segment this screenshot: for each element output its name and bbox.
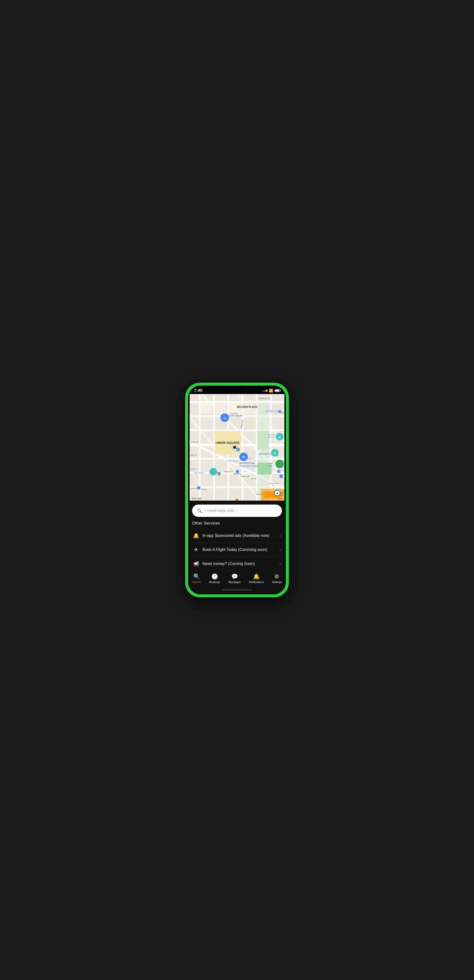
svg-text:LOIN: LOIN: [191, 468, 195, 470]
plane-icon: ✈: [193, 547, 199, 553]
chevron-icon-money: ›: [279, 561, 281, 566]
svg-text:Yerba: Yerba: [268, 462, 273, 465]
svg-rect-20: [215, 402, 226, 414]
chevron-icon-flight: ›: [279, 547, 281, 552]
bell-icon: 🔔: [193, 533, 199, 539]
service-item-money[interactable]: 📢 Need money? (Coming Soon) ›: [192, 557, 282, 571]
nav-item-search[interactable]: 🔍 Search: [192, 573, 201, 584]
nav-item-notifications[interactable]: 🔔 Notifications: [249, 573, 264, 584]
svg-rect-55: [278, 410, 281, 413]
search-nav-icon: 🔍: [193, 573, 200, 580]
svg-rect-19: [201, 402, 212, 414]
service-list: 🔔 In-app Sponsored ads (Available now) ›…: [192, 529, 282, 571]
svg-text:Tehama: Tehama: [256, 493, 263, 495]
megaphone-icon: 📢: [193, 561, 199, 567]
svg-rect-25: [257, 431, 269, 450]
svg-text:🛒: 🛒: [280, 475, 282, 478]
service-item-ads[interactable]: 🔔 In-app Sponsored ads (Available now) ›: [192, 529, 282, 543]
battery-icon: [275, 389, 280, 392]
svg-text:ate Theatre: ate Theatre: [194, 472, 204, 474]
messages-nav-icon: 💬: [231, 573, 238, 580]
svg-text:Mission St: Mission St: [224, 471, 233, 473]
phone-device: 7:40 📶: [185, 383, 289, 597]
svg-text:Folsom St: Folsom St: [270, 482, 279, 485]
svg-rect-13: [256, 394, 257, 501]
notifications-nav-icon: 🔔: [253, 573, 260, 580]
svg-text:V: V: [280, 473, 281, 475]
svg-text:🎭: 🎭: [212, 471, 215, 474]
bottom-panel: 🔍 I need help with... Other Services 🔔 I…: [188, 501, 286, 571]
svg-text:5th St: 5th St: [251, 478, 257, 480]
nav-label-notifications: Notifications: [249, 581, 264, 584]
nav-item-settings[interactable]: ⚙ Settings: [272, 573, 282, 584]
svg-text:San Fra: San Fra: [268, 434, 275, 436]
chevron-icon-ads: ›: [279, 533, 281, 538]
map-area[interactable]: California St Montgomery Geary St Ellis …: [188, 394, 286, 501]
svg-text:🚉: 🚉: [236, 471, 238, 474]
service-text-money: Need money? (Coming Soon): [203, 562, 279, 566]
svg-text:UNION SQUARE: UNION SQUARE: [216, 441, 240, 445]
nav-label-bookings: Bookings: [209, 581, 220, 584]
wifi-icon: 📶: [269, 388, 273, 393]
svg-text:& Bow: & Bow: [268, 465, 273, 467]
svg-text:🚉: 🚉: [236, 449, 239, 451]
nav-label-messages: Messages: [228, 581, 241, 584]
nav-label-search: Search: [192, 581, 201, 584]
search-placeholder: I need help with...: [205, 508, 238, 513]
other-services-label: Other Services: [192, 521, 282, 526]
svg-text:BELDEN PLACE: BELDEN PLACE: [237, 406, 257, 408]
nav-item-bookings[interactable]: 🕐 Bookings: [209, 573, 220, 584]
signal-icon: [262, 389, 267, 392]
svg-point-57: [233, 446, 236, 449]
svg-text:🏛: 🏛: [273, 452, 276, 455]
camera: [244, 388, 247, 390]
svg-text:Shipley: Shipley: [280, 492, 286, 494]
service-text-ads: In-app Sponsored ads (Available now): [203, 533, 279, 538]
map-svg: California St Montgomery Geary St Ellis …: [188, 394, 286, 501]
service-item-flight[interactable]: ✈ Book A Flight Today (Comming soon) ›: [192, 543, 282, 557]
svg-text:Google: Google: [192, 497, 202, 500]
svg-text:📍: 📍: [278, 463, 282, 466]
svg-text:Clara St: Clara St: [280, 495, 286, 496]
svg-text:🚉: 🚉: [217, 473, 220, 475]
svg-text:Apple Union Square: Apple Union Square: [220, 414, 243, 417]
search-icon: 🔍: [197, 508, 203, 514]
svg-text:Natoma St: Natoma St: [241, 475, 250, 477]
nav-label-settings: Settings: [272, 581, 282, 584]
nav-item-messages[interactable]: 💬 Messages: [228, 573, 241, 584]
svg-text:Francisco Centre: Francisco Centre: [239, 465, 259, 467]
status-time: 7:40: [194, 388, 203, 393]
svg-text:of Mod: of Mod: [268, 436, 273, 438]
home-indicator: [222, 589, 252, 590]
svg-rect-85: [277, 470, 280, 473]
svg-text:Westfield San: Westfield San: [239, 461, 255, 465]
svg-text:Powell Street: Powell Street: [227, 460, 238, 462]
svg-text:🛍: 🛍: [242, 455, 245, 459]
svg-text:🏛: 🏛: [278, 436, 281, 439]
bottom-nav: 🔍 Search 🕐 Bookings 💬 Messages 🔔 Notific…: [188, 571, 286, 589]
svg-text:80: 80: [276, 492, 278, 495]
svg-text:Geary St: Geary St: [191, 441, 198, 443]
svg-text:B: B: [198, 487, 199, 490]
search-bar[interactable]: 🔍 I need help with...: [192, 504, 282, 517]
settings-nav-icon: ⚙: [274, 573, 279, 580]
svg-text:Ellis St: Ellis St: [191, 454, 197, 456]
other-services-section: Other Services 🔔 In-app Sponsored ads (A…: [192, 521, 282, 571]
svg-text:Jones St: Jones St: [191, 487, 197, 489]
status-icons: 📶: [262, 388, 280, 393]
svg-rect-23: [257, 402, 269, 501]
svg-text:California St: California St: [258, 397, 270, 400]
notch: [222, 386, 252, 393]
svg-rect-12: [242, 394, 243, 501]
phone-screen: 7:40 📶: [188, 386, 286, 594]
svg-text:Harrison St: Harrison St: [277, 498, 286, 500]
svg-text:Montgomery: Montgomery: [265, 410, 278, 412]
svg-text:7th St: 7th St: [201, 488, 207, 490]
bookings-nav-icon: 🕐: [211, 573, 218, 580]
service-text-flight: Book A Flight Today (Comming soon): [203, 547, 279, 552]
